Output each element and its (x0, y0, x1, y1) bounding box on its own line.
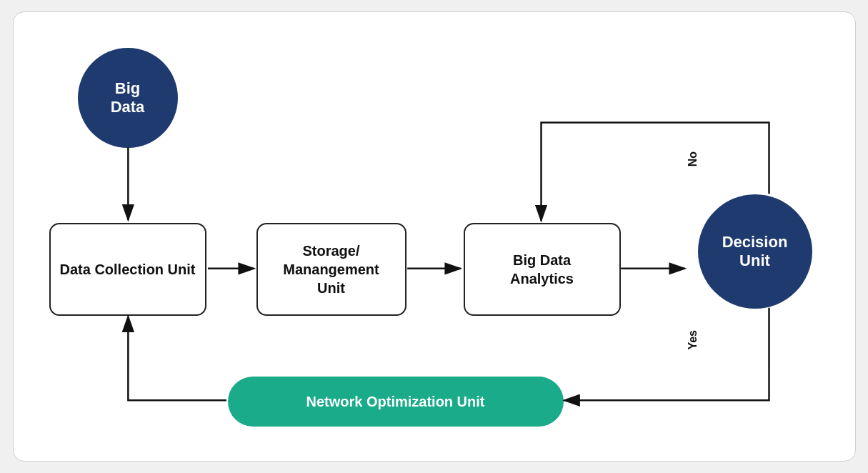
analytics-box: Big DataAnalytics (464, 223, 621, 316)
network-label: Network Optimization Unit (306, 394, 485, 410)
yes-label: Yes (687, 330, 699, 350)
network-optimization-box: Network Optimization Unit (228, 377, 564, 427)
decision-label: DecisionUnit (722, 233, 788, 271)
analytics-label: Big DataAnalytics (510, 251, 574, 288)
diagram-container: BigData Data Collection Unit Storage/Man… (13, 11, 856, 462)
storage-box: Storage/ManangementUnit (256, 223, 406, 316)
data-collection-box: Data Collection Unit (49, 223, 206, 316)
big-data-node: BigData (78, 48, 178, 148)
decision-node: DecisionUnit (698, 194, 812, 309)
big-data-label: BigData (111, 79, 145, 117)
storage-label: Storage/ManangementUnit (283, 242, 379, 297)
no-label: No (687, 151, 699, 166)
data-collection-label: Data Collection Unit (59, 260, 195, 279)
